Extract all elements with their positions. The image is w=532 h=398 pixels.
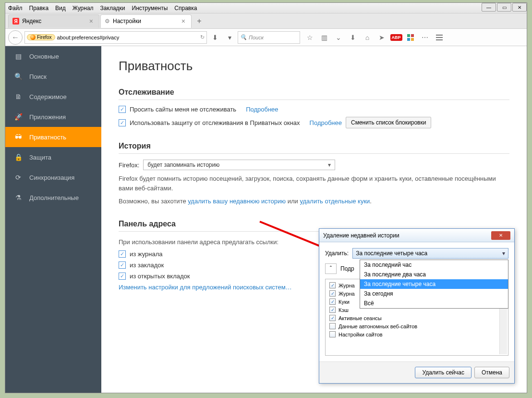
- svg-rect-3: [411, 38, 414, 41]
- menu-edit[interactable]: Правка: [29, 5, 49, 12]
- sidebar-item-security[interactable]: 🔒Защита: [5, 147, 101, 167]
- menu-bar: Файл Правка Вид Журнал Закладки Инструме…: [5, 3, 527, 13]
- star-icon[interactable]: ☆: [304, 32, 315, 43]
- maximize-button[interactable]: ▭: [497, 3, 511, 12]
- navigation-bar: ← Firefox about:preferences#privacy ↻ ⬇ …: [5, 29, 527, 46]
- sidebar-item-general[interactable]: ▤Основные: [5, 46, 101, 66]
- dialog-titlebar[interactable]: Удаление недавней истории ✕: [319, 229, 514, 242]
- item-label: Данные автономных веб-сайтов: [339, 323, 417, 329]
- suggest-history-label: из журнала: [130, 250, 163, 258]
- do-not-track-checkbox[interactable]: [119, 106, 126, 113]
- dropdown-option[interactable]: За последний час: [360, 260, 508, 270]
- url-bar[interactable]: Firefox about:preferences#privacy ↻: [24, 31, 207, 44]
- dropdown-option-selected[interactable]: За последние четыре часа: [360, 279, 508, 289]
- pocket-icon[interactable]: ⌄: [333, 32, 344, 43]
- abp-icon[interactable]: ABP: [390, 32, 402, 43]
- menu-help[interactable]: Справка: [174, 5, 197, 12]
- window-close-button[interactable]: ✕: [512, 3, 527, 12]
- sidebar-item-privacy[interactable]: 🕶Приватность: [5, 127, 101, 147]
- dropdown-option[interactable]: Всё: [360, 298, 508, 308]
- tab-close-icon[interactable]: ×: [180, 17, 187, 25]
- svg-rect-0: [407, 34, 410, 37]
- sidebar-item-apps[interactable]: 🚀Приложения: [5, 107, 101, 127]
- learn-more-link[interactable]: Подробнее: [246, 106, 278, 113]
- item-label: Кэш: [339, 307, 349, 313]
- item-checkbox[interactable]: [329, 298, 336, 305]
- item-checkbox[interactable]: [329, 307, 336, 313]
- menu-file[interactable]: Файл: [8, 5, 23, 12]
- history-heading: История: [119, 142, 509, 154]
- details-toggle-button[interactable]: ˆ: [325, 263, 337, 274]
- delete-now-button[interactable]: Удалить сейчас: [415, 367, 471, 378]
- history-links: Возможно, вы захотите удалить вашу недав…: [119, 197, 509, 206]
- item-checkbox[interactable]: [329, 315, 336, 321]
- advanced-icon: ⚗: [14, 193, 23, 202]
- suggest-history-checkbox[interactable]: [119, 250, 126, 258]
- minimize-button[interactable]: —: [482, 3, 496, 12]
- item-checkbox[interactable]: [329, 331, 336, 337]
- menu-tools[interactable]: Инструменты: [132, 5, 168, 12]
- sidebar-item-content[interactable]: 🗎Содержимое: [5, 87, 101, 107]
- svg-rect-2: [407, 38, 410, 41]
- window-controls: — ▭ ✕: [481, 3, 527, 12]
- search-icon: 🔍: [14, 72, 23, 81]
- menu-icon[interactable]: [434, 32, 445, 43]
- tracking-protection-label: Использовать защиту от отслеживания в Пр…: [130, 119, 300, 126]
- sidebar-item-search[interactable]: 🔍Поиск: [5, 66, 101, 87]
- item-label: Настройки сайтов: [339, 332, 383, 337]
- menu-history[interactable]: Журнал: [73, 5, 94, 12]
- item-checkbox[interactable]: [329, 323, 336, 329]
- change-blocklist-button[interactable]: Сменить список блокировки: [346, 117, 431, 128]
- send-icon[interactable]: ➤: [376, 32, 387, 43]
- yandex-icon: Я: [12, 18, 19, 25]
- more-icon[interactable]: ⋯: [419, 32, 431, 43]
- tab-settings[interactable]: ⚙ Настройки ×: [100, 14, 192, 28]
- sidebar-item-sync[interactable]: ⟳Синхронизация: [5, 167, 101, 187]
- time-range-label: Удалить:: [325, 250, 349, 257]
- dropdown-option[interactable]: За сегодня: [360, 289, 508, 298]
- item-checkbox[interactable]: [329, 290, 336, 297]
- download-icon[interactable]: ⬇: [209, 31, 221, 44]
- dropdown-icon[interactable]: ▾: [223, 31, 236, 44]
- download-icon[interactable]: ⬇: [347, 32, 359, 43]
- details-label: Подр: [340, 265, 354, 272]
- sidebar-item-advanced[interactable]: ⚗Дополнительные: [5, 187, 101, 208]
- page-title: Приватность: [119, 59, 509, 74]
- time-range-select[interactable]: За последние четыре часа: [352, 248, 508, 259]
- library-icon[interactable]: ▥: [318, 32, 330, 43]
- clear-cookies-link[interactable]: удалить отдельные куки: [300, 198, 370, 205]
- reload-icon[interactable]: ↻: [200, 34, 205, 40]
- history-description: Firefox будет помнить историю посещений,…: [119, 174, 509, 193]
- tracking-protection-checkbox[interactable]: [119, 119, 126, 126]
- search-suggestions-link[interactable]: Изменить настройки для предложений поиск…: [119, 284, 292, 291]
- clear-history-dialog: Удаление недавней истории ✕ Удалить: За …: [319, 228, 515, 384]
- identity-badge[interactable]: Firefox: [27, 34, 55, 40]
- new-tab-button[interactable]: +: [193, 17, 206, 25]
- clear-history-link[interactable]: удалить вашу недавнюю историю: [188, 198, 286, 205]
- suggest-opentabs-checkbox[interactable]: [119, 273, 126, 280]
- sync-icon: ⟳: [14, 173, 23, 182]
- dropdown-option[interactable]: За последние два часа: [360, 270, 508, 279]
- menu-bookmarks[interactable]: Закладки: [100, 5, 125, 12]
- dialog-close-button[interactable]: ✕: [491, 231, 510, 240]
- tab-strip: Я Яндекс × ⚙ Настройки × +: [5, 13, 527, 29]
- menu-view[interactable]: Вид: [55, 5, 66, 12]
- home-icon[interactable]: ⌂: [362, 32, 373, 43]
- tab-label: Настройки: [113, 18, 141, 25]
- item-label: Журна: [339, 291, 355, 297]
- suggest-bookmarks-checkbox[interactable]: [119, 261, 126, 269]
- cancel-button[interactable]: Отмена: [474, 367, 509, 378]
- dialog-body: Удалить: За последние четыре часа За пос…: [319, 242, 514, 361]
- tab-yandex[interactable]: Я Яндекс ×: [8, 14, 99, 28]
- back-button[interactable]: ←: [8, 30, 23, 45]
- apps-icon: 🚀: [14, 112, 23, 121]
- do-not-track-label: Просить сайты меня не отслеживать: [130, 106, 236, 113]
- general-icon: ▤: [14, 52, 23, 61]
- history-mode-select[interactable]: будет запоминать историю: [143, 160, 335, 170]
- item-checkbox[interactable]: [329, 282, 336, 288]
- learn-more-link[interactable]: Подробнее: [310, 119, 342, 126]
- tab-close-icon[interactable]: ×: [87, 17, 95, 25]
- privacy-icon: 🕶: [14, 133, 23, 141]
- grid-icon[interactable]: [405, 32, 416, 43]
- search-bar[interactable]: 🔍Поиск: [238, 31, 300, 44]
